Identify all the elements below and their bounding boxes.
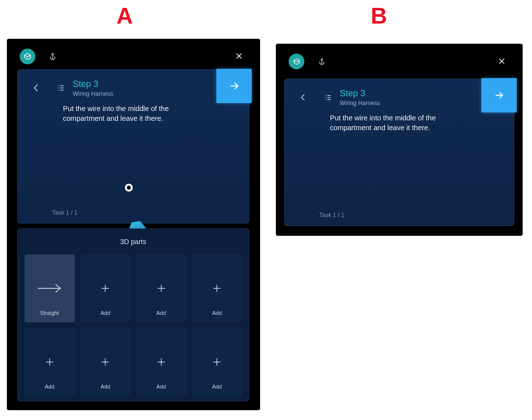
plus-icon: [44, 357, 55, 367]
tile-label: Add: [100, 310, 110, 316]
step-header: Step 3 Wiring Harness: [295, 89, 508, 107]
plus-icon: [211, 357, 222, 367]
tile-label: Add: [100, 384, 110, 390]
plus-icon: [100, 283, 111, 294]
next-button[interactable]: [481, 78, 517, 112]
parts-tile-add[interactable]: Add: [136, 328, 186, 396]
column-label-a: A: [117, 2, 133, 29]
parts-tile-add[interactable]: Add: [192, 328, 242, 396]
parts-tile-add[interactable]: Add: [136, 254, 186, 322]
parts-tile-add[interactable]: Add: [81, 328, 131, 396]
step-subtitle: Wiring Harness: [73, 90, 113, 97]
next-button[interactable]: [216, 69, 252, 103]
step-title: Step 3: [73, 80, 113, 89]
tile-label: Straight: [40, 310, 59, 316]
parts-tile-straight[interactable]: Straight: [25, 254, 75, 322]
plus-icon: [211, 283, 222, 294]
toolbar-a: [7, 48, 260, 65]
parts-title: 3D parts: [18, 238, 249, 246]
tile-label: Add: [212, 310, 222, 316]
tile-label: Add: [45, 384, 55, 390]
parts-tile-add[interactable]: Add: [192, 254, 242, 322]
device-panel-b: Step 3 Wiring Harness Put the wire into …: [276, 44, 523, 236]
step-title: Step 3: [340, 89, 380, 99]
step-card-b: Step 3 Wiring Harness Put the wire into …: [284, 79, 514, 226]
anchor-icon[interactable]: [46, 50, 59, 63]
step-card-a: Step 3 Wiring Harness Put the wire into …: [17, 69, 249, 224]
device-panel-a: Step 3 Wiring Harness Put the wire into …: [7, 39, 260, 410]
step-titles: Step 3 Wiring Harness: [73, 80, 113, 97]
tile-label: Add: [212, 384, 222, 390]
tile-label: Add: [156, 384, 166, 390]
plus-icon: [100, 357, 111, 367]
column-label-b: B: [371, 2, 387, 29]
back-button[interactable]: [28, 80, 44, 96]
step-titles: Step 3 Wiring Harness: [340, 89, 380, 107]
step-subtitle: Wiring Harness: [340, 100, 380, 107]
parts-tile-add[interactable]: Add: [25, 328, 75, 396]
parts-grid: StraightAddAddAddAddAddAddAdd: [25, 254, 242, 396]
box-icon[interactable]: [289, 54, 304, 69]
svg-point-1: [321, 58, 322, 60]
back-button[interactable]: [295, 89, 311, 106]
task-counter: Task 1 / 1: [52, 209, 77, 216]
toolbar-b: [276, 53, 523, 70]
arrow-right-icon: [36, 282, 63, 294]
svg-point-0: [52, 54, 53, 55]
anchor-icon[interactable]: [315, 55, 328, 68]
task-counter: Task 1 / 1: [319, 212, 344, 219]
box-icon[interactable]: [20, 49, 35, 64]
gaze-cursor-icon: [125, 184, 133, 192]
instruction-text: Put the wire into the middle of the comp…: [63, 104, 204, 123]
step-header: Step 3 Wiring Harness: [28, 80, 243, 97]
plus-icon: [156, 283, 167, 294]
close-icon[interactable]: [494, 54, 509, 68]
instruction-text: Put the wire into the middle of the comp…: [330, 113, 469, 133]
close-icon[interactable]: [232, 49, 246, 63]
outline-button[interactable]: [320, 89, 336, 106]
plus-icon: [156, 357, 167, 367]
parts-tile-add[interactable]: Add: [81, 254, 131, 322]
tile-label: Add: [156, 310, 166, 316]
parts-card: 3D parts StraightAddAddAddAddAddAddAdd: [17, 228, 249, 401]
outline-button[interactable]: [53, 80, 69, 96]
